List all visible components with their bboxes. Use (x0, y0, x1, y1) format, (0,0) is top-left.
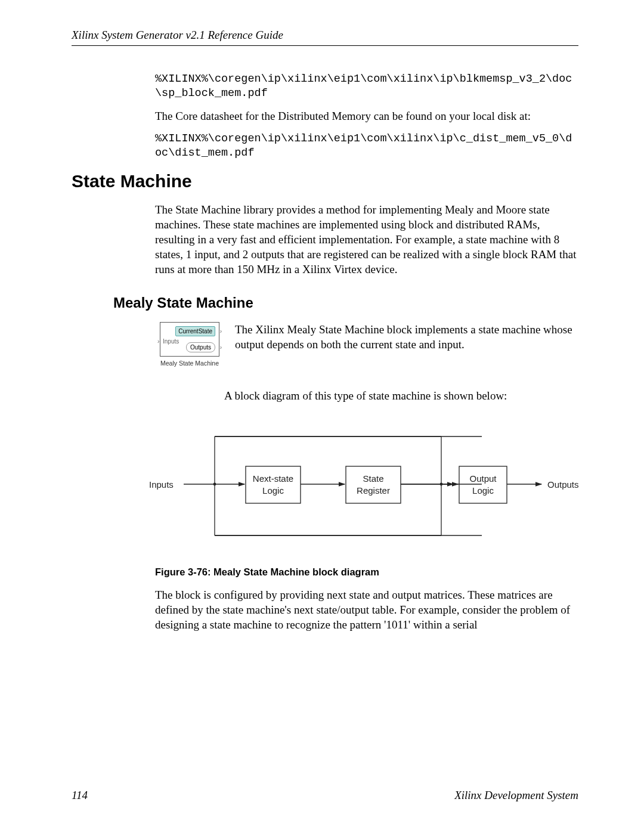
mealy-block-icon: › › › CurrentState Inputs Outputs Mealy … (155, 322, 224, 367)
diagram-box2-line2: Register (357, 485, 390, 496)
figure-caption: Figure 3-76: Mealy State Machine block d… (155, 566, 578, 578)
diagram-outputs-label: Outputs (547, 479, 579, 490)
mealy-icon-caption: Mealy State Machine (155, 360, 224, 367)
heading-state-machine: State Machine (72, 171, 578, 191)
svg-rect-8 (246, 466, 301, 503)
svg-point-7 (213, 483, 216, 486)
svg-rect-10 (346, 466, 401, 503)
mealy-outputs-port: Outputs (186, 342, 215, 352)
diagram-box2-line1: State (363, 473, 383, 484)
state-machine-intro: The State Machine library provides a met… (155, 202, 578, 277)
mealy-description: The Xilinx Mealy State Machine block imp… (235, 322, 578, 352)
mealy-inputs-port: Inputs (163, 338, 179, 345)
code-path-1: %XILINX%\coregen\ip\xilinx\eip1\com\xili… (155, 72, 578, 100)
datasheet-note: The Core datasheet for the Distributed M… (155, 109, 578, 123)
mealy-block-diagram: Inputs Next-state Logic State Register (149, 422, 584, 547)
diagram-box1-line2: Logic (262, 485, 284, 496)
diagram-inputs-label: Inputs (149, 479, 174, 490)
diagram-box3-line1: Output (469, 473, 497, 484)
footer-right: Xilinx Development System (454, 789, 578, 802)
diagram-lead-text: A block diagram of this type of state ma… (224, 388, 578, 403)
mealy-currentstate-port: CurrentState (175, 326, 215, 336)
heading-mealy: Mealy State Machine (113, 295, 578, 311)
header-rule (72, 45, 578, 46)
code-path-2: %XILINX%\coregen\ip\xilinx\eip1\com\xili… (155, 132, 578, 160)
page-number: 114 (72, 789, 88, 802)
diagram-box3-line2: Logic (472, 485, 494, 496)
diagram-box1-line1: Next-state (253, 473, 293, 484)
matrices-paragraph: The block is configured by providing nex… (155, 587, 578, 632)
running-header: Xilinx System Generator v2.1 Reference G… (72, 29, 578, 42)
